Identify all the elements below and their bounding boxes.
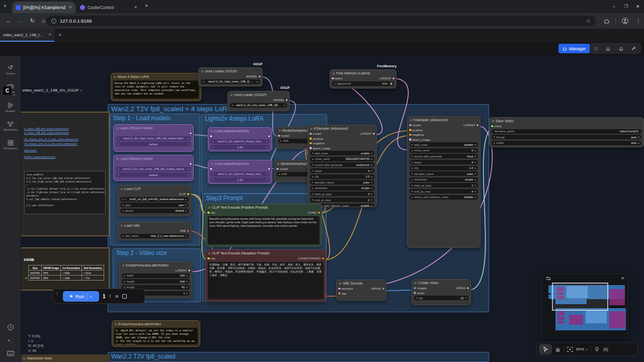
collapse-dot-icon[interactable]	[333, 72, 335, 74]
widget-value[interactable]: disable	[464, 196, 473, 199]
output-slot-CONDITIONING[interactable]	[322, 257, 325, 260]
widget-fps[interactable]: ◀fps16▶	[414, 296, 468, 300]
widget-right-arrow-icon[interactable]: ▶	[371, 175, 373, 178]
widget-format[interactable]: ◀formatauto▶	[492, 135, 641, 139]
widget-left-arrow-icon[interactable]: ◀	[334, 82, 335, 85]
group-title[interactable]: Step 1 - Load models	[113, 115, 171, 122]
widget-left-arrow-icon[interactable]: ◀	[411, 155, 413, 157]
markdown-readme-note[interactable]: h_noise_14B_fp8_scaled.safetensorsw_nois…	[21, 112, 110, 236]
input-slot-clip[interactable]	[207, 257, 210, 260]
widget-scheduler[interactable]: ◀schedulersimple▶	[410, 177, 478, 182]
group-title[interactable]: Wan2.2 T2V fp8_scaled	[111, 353, 175, 360]
widget-value[interactable]: ◀default▶	[116, 142, 191, 146]
node-text[interactable]: Beautiful young European woman with hone…	[208, 216, 319, 245]
alert-bell-icon[interactable]	[618, 46, 624, 51]
clear-queue-button[interactable]: ✕	[115, 294, 119, 299]
widget-value[interactable]: auto	[631, 141, 636, 144]
widget-value[interactable]: 4	[471, 161, 473, 164]
widget-start_at_step[interactable]: ◀start_at_step0▶	[310, 192, 374, 196]
minimap-viewport[interactable]	[552, 283, 608, 310]
node-create-video[interactable]: Create VideoimagesVIDEOaudio◀fps16▶	[412, 279, 471, 305]
output-slot-out[interactable]	[268, 168, 271, 170]
share-arrow-icon[interactable]	[631, 46, 637, 51]
widget-left-arrow-icon[interactable]: ◀	[231, 104, 233, 107]
widget-right-arrow-icon[interactable]: ▶	[475, 178, 476, 181]
input-slot-model[interactable]	[276, 168, 279, 170]
widget-value[interactable]: ◀default▶	[116, 172, 191, 177]
widget-right-arrow-icon[interactable]: ▶	[371, 181, 373, 184]
widget-right-arrow-icon[interactable]: ▶	[186, 235, 187, 237]
collapse-dot-icon[interactable]	[121, 225, 123, 227]
output-slot-MODEL[interactable]	[286, 99, 288, 102]
input-slot-model[interactable]	[409, 124, 412, 127]
widget-right-arrow-icon[interactable]: ▶	[284, 104, 286, 107]
widget-value[interactable]: simple	[361, 187, 370, 190]
browser-menu-icon[interactable]: ⋮	[635, 18, 641, 24]
input-slot-video[interactable]	[491, 125, 494, 128]
workflow-tab[interactable]: video_wan2_2_14B_t... ✕	[0, 29, 54, 42]
widget-left-arrow-icon[interactable]: ◀	[411, 190, 413, 193]
input-slot-latent_image[interactable]	[309, 147, 312, 149]
collapse-dot-icon[interactable]	[116, 127, 118, 129]
node-text[interactable]: Using the Wan2.2 Lightning LoRA will res…	[113, 80, 199, 99]
widget-right-arrow-icon[interactable]: ▶	[475, 167, 476, 169]
widget-right-arrow-icon[interactable]: ▶	[371, 152, 373, 154]
collapse-dot-icon[interactable]	[122, 264, 124, 266]
notification-bell-icon[interactable]	[605, 46, 611, 51]
widget-start_at_step[interactable]: ◀start_at_step2▶	[410, 183, 478, 188]
widget-left-arrow-icon[interactable]: ◀	[411, 178, 413, 181]
model-download-link[interactable]: 4m3fn_scaled.safetensors	[24, 155, 107, 159]
model-download-link[interactable]: h_noise_14B_fp8_scaled.safetensors	[24, 127, 107, 131]
manager-button[interactable]: Manager	[558, 44, 590, 53]
sidebar-item-templates[interactable]: Templates	[0, 140, 21, 150]
node-lora-loader-high[interactable]: LoraLoaderModelOnly◀wan2.2_t2v_lightx2v_…	[208, 127, 272, 151]
widget-type[interactable]: ◀typewan▶	[120, 203, 189, 207]
node-lora-loader-low[interactable]: LoraLoaderModelOnly◀wan2.2_t2v_lightx2v_…	[208, 160, 272, 184]
widget-right-arrow-icon[interactable]: ▶	[475, 172, 476, 175]
widget-codec[interactable]: ◀codecauto▶	[492, 141, 641, 145]
input-slot-latent_image[interactable]	[409, 138, 412, 141]
widget-left-arrow-icon[interactable]: ◀	[280, 140, 281, 142]
input-slot-negative[interactable]	[309, 142, 312, 145]
select-tool-button[interactable]	[539, 344, 552, 354]
group-bottom[interactable]: Wan2.2 T2V fp8_scaled	[108, 352, 489, 362]
widget-noise_seed[interactable]: ◀noise_seed269116067494700▶	[310, 157, 374, 161]
workflow-tab-close-icon[interactable]: ✕	[48, 33, 51, 37]
widget-value[interactable]: enable	[361, 204, 369, 207]
group-title[interactable]: Step3 Prompt	[206, 195, 243, 202]
node-note-about[interactable]: About 4 Steps LoRAUsing the Wan2.2 Light…	[111, 73, 201, 101]
widget-right-arrow-icon[interactable]: ▶	[465, 297, 467, 299]
widget-value[interactable]: 4	[471, 190, 473, 193]
widget-left-arrow-icon[interactable]: ◀	[212, 140, 213, 143]
widget-left-arrow-icon[interactable]: ◀	[411, 184, 413, 187]
node-save-video[interactable]: Save Videovideofilename_prefixvideo/Comf…	[489, 117, 644, 147]
collapse-dot-icon[interactable]	[208, 207, 210, 209]
widget-left-arrow-icon[interactable]: ◀	[117, 173, 119, 176]
widget-right-arrow-icon[interactable]: ▶	[188, 143, 190, 145]
address-bar[interactable]: i 127.0.0.1:8188 ☆	[46, 16, 596, 26]
model-download-link[interactable]: w_noise_14B_fp8_scaled.safetensors	[24, 131, 107, 135]
toggle-knob[interactable]	[390, 82, 392, 85]
pan-tool-button[interactable]	[555, 346, 560, 352]
widget-left-arrow-icon[interactable]: ◀	[311, 199, 313, 201]
widget-left-arrow-icon[interactable]: ◀	[411, 149, 413, 152]
widget-right-arrow-icon[interactable]: ▶	[371, 193, 373, 195]
collapse-dot-icon[interactable]	[492, 120, 494, 122]
close-tab-icon[interactable]: ✕	[134, 5, 137, 10]
new-browser-tab-button[interactable]: +	[145, 3, 148, 9]
input-slot-vae[interactable]	[338, 292, 341, 295]
input-slot-samples[interactable]	[338, 288, 341, 290]
node-note-video-size[interactable]: EmptyHunyuanLatentVideo1. (By/0.95) defa…	[112, 320, 200, 347]
widget-value[interactable]: wan2.2_t2v_low_noise_14B_fp8_scaled_safe…	[120, 167, 186, 170]
forward-button[interactable]: →	[18, 18, 24, 24]
widget-right-arrow-icon[interactable]: ▶	[188, 173, 190, 176]
vram-usage-note[interactable]: 24GB SizeVRAM Usage1st Generation2nd Gen…	[21, 247, 110, 291]
url-text[interactable]: 127.0.0.1:8188	[60, 18, 92, 24]
widget-right-arrow-icon[interactable]: ▶	[638, 142, 640, 144]
bookmark-star-icon[interactable]: ☆	[586, 18, 591, 24]
widget-right-arrow-icon[interactable]: ▶	[267, 146, 268, 148]
widget-right-arrow-icon[interactable]: ▶	[267, 173, 268, 175]
sidebar-item-workflows[interactable]: Workflows	[0, 121, 21, 131]
widget-left-arrow-icon[interactable]: ◀	[311, 187, 313, 190]
stop-button[interactable]	[122, 294, 127, 299]
